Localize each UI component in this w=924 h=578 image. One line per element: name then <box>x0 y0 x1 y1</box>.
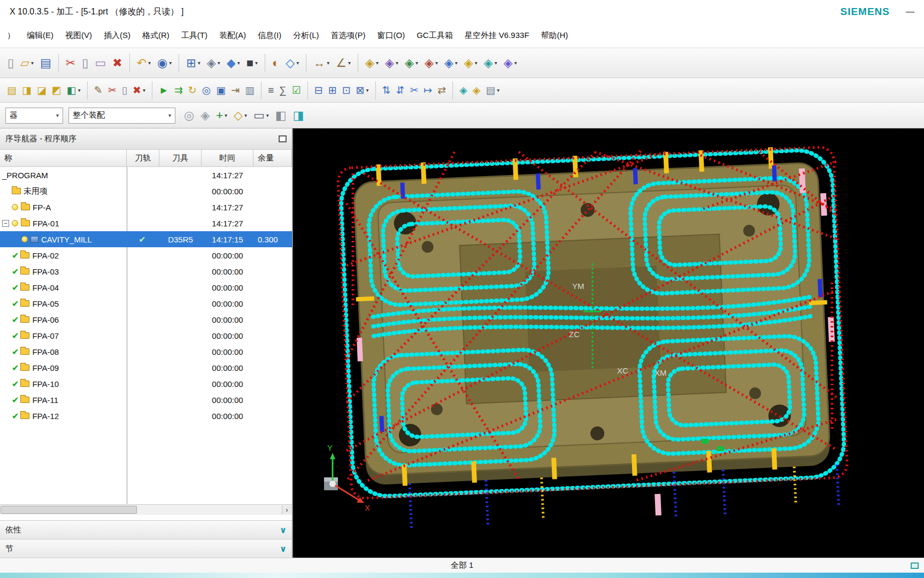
table-row[interactable]: ✔FPA-1000:00:00 <box>0 376 292 392</box>
zoom-window-button[interactable]: ◈▾ <box>204 52 224 74</box>
save-button[interactable]: ▤ <box>37 52 55 74</box>
chevron-down-icon[interactable]: ▾ <box>396 60 398 66</box>
machining-report-button[interactable]: ∑ <box>276 81 289 100</box>
selection-scope-combo[interactable]: 整个装配 ▾ <box>68 108 175 124</box>
table-row[interactable]: ✔FPA-0900:00:00 <box>0 360 292 376</box>
simulate-machine-button[interactable]: ▣ <box>213 81 228 100</box>
menu-item-3[interactable]: 插入(S) <box>98 27 136 44</box>
open-button[interactable]: ▱▾ <box>17 52 37 74</box>
chevron-down-icon[interactable]: ▾ <box>266 112 269 118</box>
post-process-button[interactable]: ⇥ <box>228 81 242 100</box>
verify-toolpath-button[interactable]: ◎ <box>199 81 214 100</box>
chevron-down-icon[interactable]: ▾ <box>255 60 258 66</box>
operation-navigator-button[interactable]: ▤▾ <box>483 81 502 100</box>
horizontal-scrollbar[interactable]: › <box>0 504 292 515</box>
table-row[interactable]: CAVITY_MILL✔D35R514:17:150.300 <box>0 231 292 247</box>
column-header-name[interactable]: 称 <box>0 150 127 166</box>
replay-toolpath-button[interactable]: ↻ <box>186 81 199 100</box>
table-row[interactable]: ✔FPA-0600:00:00 <box>0 311 292 328</box>
chevron-down-icon[interactable]: ▾ <box>348 60 351 66</box>
find-component-button[interactable]: ◎ <box>181 105 197 126</box>
chevron-down-icon[interactable]: ▾ <box>244 112 247 118</box>
assembly-constraints-button[interactable]: ◈▾ <box>362 52 382 74</box>
chevron-down-icon[interactable]: ▾ <box>455 60 458 66</box>
chevron-down-icon[interactable]: ▾ <box>435 60 438 66</box>
menu-item-7[interactable]: 信息(I) <box>252 27 287 44</box>
scrollbar-thumb[interactable] <box>1 506 137 514</box>
chevron-down-icon[interactable]: ▾ <box>296 60 299 66</box>
chevron-down-icon[interactable]: ▾ <box>56 112 59 118</box>
measure-angle-button[interactable]: ∠▾ <box>333 52 354 74</box>
menu-item-5[interactable]: 工具(T) <box>175 27 213 44</box>
graphics-viewport[interactable]: YM ZC XC XM Y X <box>293 128 924 558</box>
cut-object-button[interactable]: ✂ <box>105 81 119 100</box>
view-orient-button[interactable]: ◉▾ <box>154 52 175 74</box>
table-row[interactable]: _PROGRAM14:17:27 <box>0 167 292 183</box>
chevron-down-icon[interactable]: ▾ <box>31 60 34 66</box>
scroll-right-icon[interactable]: › <box>282 505 291 514</box>
geometry-view-button[interactable]: ⊡ <box>340 81 353 100</box>
chevron-down-icon[interactable]: ▾ <box>78 87 81 93</box>
float-panel-icon[interactable] <box>279 135 287 142</box>
gouge-check-button[interactable]: ☑ <box>289 81 304 100</box>
select-within-button[interactable]: ◈ <box>197 105 213 126</box>
machine-tool-view-button[interactable]: ⊞ <box>326 81 340 100</box>
add-selection-button[interactable]: +▾ <box>213 105 230 126</box>
chevron-down-icon[interactable]: ▾ <box>415 60 418 66</box>
table-row[interactable]: ✔FPA-0400:00:00 <box>0 279 292 295</box>
table-row[interactable]: ✔FPA-0300:00:00 <box>0 263 292 279</box>
copy-button[interactable]: ▯ <box>79 52 91 74</box>
edit-object-button[interactable]: ✎ <box>91 81 105 100</box>
create-tool-button[interactable]: ◨ <box>19 81 34 100</box>
menu-item-12[interactable]: 星空外挂 V6.933F <box>459 27 535 44</box>
trim-toolpath-button[interactable]: ✂ <box>407 81 421 100</box>
menu-item-6[interactable]: 装配(A) <box>213 27 252 44</box>
transform-toolpath-button[interactable]: ⇅ <box>380 81 394 100</box>
divide-toolpath-button[interactable]: ⇵ <box>393 81 407 100</box>
section-dependencies[interactable]: 依性 ∨ <box>0 520 292 539</box>
chevron-down-icon[interactable]: ▾ <box>237 60 240 66</box>
menu-item-8[interactable]: 分析(L) <box>287 27 325 44</box>
measure-distance-button[interactable]: ↔▾ <box>310 52 333 74</box>
snap-selection-button[interactable]: ◇▾ <box>230 105 250 126</box>
shaded-teal-button[interactable]: ◨ <box>290 105 307 126</box>
create-operation-button[interactable]: ◧▾ <box>64 81 83 100</box>
table-row[interactable]: FP-A14:17:27 <box>0 199 292 215</box>
create-geometry-button[interactable]: ◪ <box>34 81 49 100</box>
menu-item-4[interactable]: 格式(R) <box>136 27 175 44</box>
delete-button[interactable]: ✖ <box>109 52 125 74</box>
selection-filter-combo[interactable]: 器 ▾ <box>5 108 63 124</box>
status-corner-icon[interactable] <box>911 562 919 569</box>
menu-item-11[interactable]: GC工具箱 <box>411 27 459 44</box>
chevron-down-icon[interactable]: ▾ <box>143 87 145 93</box>
chevron-down-icon[interactable]: ▾ <box>148 60 151 66</box>
table-row[interactable]: ✔FPA-0800:00:00 <box>0 344 292 360</box>
create-program-button[interactable]: ▤ <box>4 81 19 100</box>
table-row[interactable]: −FPA-0114:17:27 <box>0 215 292 231</box>
program-order-view-button[interactable]: ⊟ <box>312 81 326 100</box>
snap-point-button[interactable]: ◇▾ <box>282 52 302 74</box>
table-row[interactable]: ✔FPA-1100:00:00 <box>0 392 292 408</box>
undo-button[interactable]: ↶▾ <box>134 52 154 74</box>
menu-item-2[interactable]: 视图(V) <box>59 27 98 44</box>
new-button[interactable]: ▯ <box>4 52 17 74</box>
generate-toolpath-button[interactable]: ► <box>156 81 172 100</box>
chevron-down-icon[interactable]: ▾ <box>327 60 329 66</box>
shaded-solid-button[interactable]: ◧ <box>272 105 290 126</box>
mirror-assembly-button[interactable]: ◈▾ <box>441 52 461 74</box>
chevron-down-icon[interactable]: ∨ <box>280 544 287 554</box>
workpiece-display-button[interactable]: ◈ <box>470 81 483 100</box>
list-toolpath-button[interactable]: ≡ <box>265 81 276 100</box>
column-header-toolpath[interactable]: 刀轨 <box>127 150 159 166</box>
table-row[interactable]: ✔FPA-0500:00:00 <box>0 295 292 311</box>
shaded-view-button[interactable]: ◆▾ <box>224 52 243 74</box>
chevron-down-icon[interactable]: ▾ <box>475 60 478 66</box>
tool-display-button[interactable]: ◈ <box>457 81 470 100</box>
parallel-generate-button[interactable]: ⇉ <box>172 81 186 100</box>
chevron-down-icon[interactable]: ▾ <box>198 60 201 66</box>
exploded-views-button[interactable]: ◈▾ <box>461 52 481 74</box>
fit-view-button[interactable]: ⊞▾ <box>183 52 203 74</box>
menu-item-10[interactable]: 窗口(O) <box>372 27 411 44</box>
move-component-button[interactable]: ◈▾ <box>382 52 402 74</box>
roles-button[interactable]: ◐ <box>269 52 282 74</box>
